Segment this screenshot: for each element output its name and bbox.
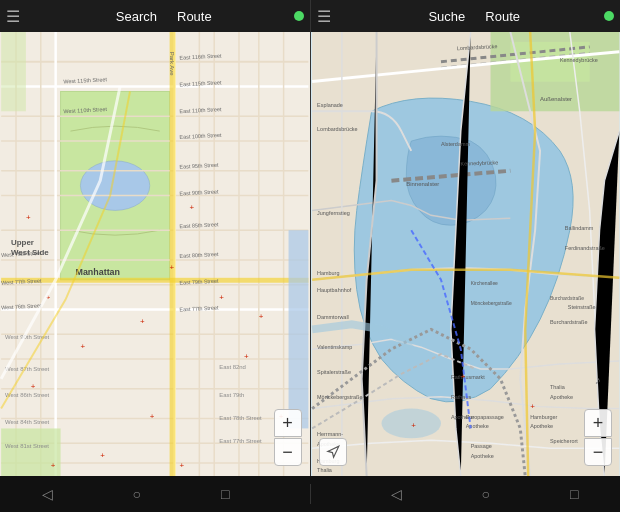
svg-text:Dammtorwall: Dammtorwall [317, 314, 349, 320]
svg-text:East 77th Street: East 77th Street [219, 438, 262, 444]
recents-button-right[interactable]: □ [570, 486, 578, 502]
svg-text:Ferdinandstraße: Ferdinandstraße [564, 245, 604, 251]
svg-text:Europapassage: Europapassage [465, 414, 503, 420]
back-button-right[interactable]: ◁ [391, 486, 402, 502]
svg-text:Speicherort: Speicherort [549, 438, 577, 444]
svg-text:+: + [530, 402, 535, 411]
svg-text:+: + [140, 317, 145, 326]
home-button-left[interactable]: ○ [133, 486, 141, 502]
svg-text:+: + [189, 203, 194, 212]
svg-text:+: + [80, 342, 85, 351]
status-dot-nyc [294, 11, 304, 21]
svg-text:East 79th: East 79th [219, 392, 244, 398]
main-content: ☰ Search Route [0, 0, 620, 476]
nav-buttons-nyc: Search Route [106, 5, 222, 28]
svg-text:+: + [51, 461, 56, 470]
panel-hamburg: ☰ Suche Route [311, 0, 621, 476]
svg-text:Alsterdamm: Alsterdamm [440, 141, 469, 147]
svg-text:Valentinskamp: Valentinskamp [317, 344, 352, 350]
map-controls-nyc: + − [274, 409, 302, 466]
svg-text:Burchardstraße: Burchardstraße [549, 319, 586, 325]
svg-text:+: + [259, 312, 264, 321]
svg-text:East 78th Street: East 78th Street [219, 416, 262, 422]
svg-text:Mönckebergstraße: Mönckebergstraße [317, 394, 362, 400]
svg-text:Rathausmarkt: Rathausmarkt [450, 374, 484, 380]
android-nav-bar: ◁ ○ □ ◁ ○ □ [0, 476, 620, 512]
svg-text:Herrmann-: Herrmann- [317, 431, 343, 437]
zoom-in-button-hamburg[interactable]: + [584, 409, 612, 437]
svg-marker-124 [327, 446, 338, 457]
svg-text:Passage: Passage [470, 443, 491, 449]
svg-text:+: + [31, 382, 36, 391]
svg-text:♪: ♪ [594, 373, 600, 387]
svg-text:Park Ave: Park Ave [169, 52, 175, 76]
svg-text:+: + [244, 352, 249, 361]
nav-bar-nyc: ☰ Search Route [0, 0, 310, 32]
nav-separator [310, 484, 311, 504]
svg-text:West 87th Street: West 87th Street [5, 366, 49, 372]
svg-text:Ballindamm: Ballindamm [564, 225, 593, 231]
svg-rect-28 [1, 278, 308, 283]
svg-text:Lombardsbrücke: Lombardsbrücke [317, 126, 358, 132]
svg-text:West Side: West Side [11, 248, 49, 257]
recents-button-left[interactable]: □ [221, 486, 229, 502]
svg-text:+: + [26, 213, 31, 222]
svg-text:Apotheke: Apotheke [530, 423, 553, 429]
svg-text:Rathaus: Rathaus [450, 394, 471, 400]
svg-text:Steinstraße: Steinstraße [567, 305, 595, 311]
svg-text:+: + [150, 412, 155, 421]
route-button-hamburg[interactable]: Route [475, 5, 530, 28]
svg-text:Upper: Upper [11, 238, 34, 247]
svg-text:+: + [180, 461, 185, 470]
location-button-hamburg[interactable] [319, 438, 347, 466]
menu-icon-hamburg[interactable]: ☰ [317, 7, 345, 26]
svg-text:West 84th Street: West 84th Street [5, 419, 49, 425]
svg-text:Spitalerstraße: Spitalerstraße [317, 369, 351, 375]
svg-text:Apotheke: Apotheke [470, 453, 493, 459]
panel-nyc: ☰ Search Route [0, 0, 311, 476]
svg-text:Burchardstraße: Burchardstraße [549, 296, 583, 301]
svg-text:Hamburg: Hamburg [317, 270, 339, 276]
svg-text:Mönckebergstraße: Mönckebergstraße [470, 301, 511, 306]
map-hamburg[interactable]: Lombardsbrücke Kennedybrücke Kennedybrüc… [311, 32, 621, 476]
svg-text:+: + [170, 263, 175, 272]
svg-rect-32 [289, 230, 309, 428]
svg-text:+: + [460, 372, 465, 381]
svg-rect-29 [170, 32, 176, 476]
svg-text:Apotheke: Apotheke [465, 423, 488, 429]
svg-text:Apotheke: Apotheke [549, 394, 572, 400]
map-svg-hamburg: Lombardsbrücke Kennedybrücke Kennedybrüc… [311, 32, 621, 476]
map-controls-hamburg: + − [584, 409, 612, 466]
svg-text:Thalia: Thalia [317, 467, 333, 473]
svg-text:Thalia: Thalia [549, 384, 565, 390]
svg-text:Kennedybrücke: Kennedybrücke [559, 57, 597, 63]
svg-text:+: + [100, 451, 105, 460]
svg-text:Esplanade: Esplanade [317, 102, 343, 108]
map-nyc[interactable]: + + + + + + + + + + + + + + + [0, 32, 310, 476]
status-dot-hamburg [604, 11, 614, 21]
zoom-out-button-hamburg[interactable]: − [584, 438, 612, 466]
svg-text:Hamburger: Hamburger [530, 414, 557, 420]
svg-rect-31 [1, 32, 26, 111]
svg-text:West 86th Street: West 86th Street [5, 392, 49, 398]
svg-text:Binnenalster: Binnenalster [406, 181, 439, 187]
svg-text:West 81st Street: West 81st Street [5, 443, 49, 449]
svg-text:+: + [411, 421, 416, 430]
route-button-nyc[interactable]: Route [167, 5, 222, 28]
zoom-out-button-nyc[interactable]: − [274, 438, 302, 466]
svg-text:Kirchenallee: Kirchenallee [470, 281, 497, 286]
map-svg-nyc: + + + + + + + + + + + + + + + [0, 32, 310, 476]
svg-text:+: + [219, 293, 224, 302]
search-button-hamburg[interactable]: Suche [418, 5, 475, 28]
home-button-right[interactable]: ○ [482, 486, 490, 502]
back-button-left[interactable]: ◁ [42, 486, 53, 502]
svg-text:Hauptbahnhof: Hauptbahnhof [317, 287, 352, 293]
svg-text:Manhattan: Manhattan [75, 267, 120, 277]
svg-text:Jungfernstieg: Jungfernstieg [317, 210, 350, 216]
nav-bar-hamburg: ☰ Suche Route [311, 0, 621, 32]
svg-text:East 82nd: East 82nd [219, 364, 246, 370]
zoom-in-button-nyc[interactable]: + [274, 409, 302, 437]
search-button-nyc[interactable]: Search [106, 5, 167, 28]
menu-icon-nyc[interactable]: ☰ [6, 7, 34, 26]
nav-buttons-hamburg: Suche Route [418, 5, 530, 28]
